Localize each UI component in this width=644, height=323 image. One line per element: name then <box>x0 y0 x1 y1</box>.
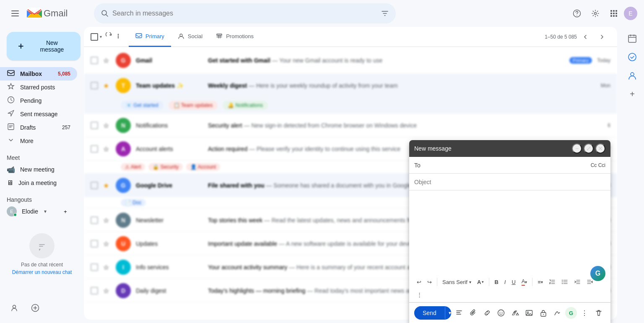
sidebar: New message Mailbox 5,085 Starred posts <box>0 27 84 323</box>
insert-link-button[interactable] <box>481 306 493 320</box>
compose-icon <box>13 39 29 54</box>
account-circle-button[interactable]: G <box>565 307 577 319</box>
underline-button[interactable]: U <box>509 276 518 288</box>
tab-primary[interactable]: Primary <box>129 27 171 47</box>
sidebar-item-join-meeting[interactable]: 🖥 Join a meeting <box>0 176 77 190</box>
text-color-button[interactable]: A ▾ <box>519 276 530 288</box>
svg-point-36 <box>500 312 501 313</box>
svg-rect-2 <box>11 16 19 16</box>
sidebar-item-new-meeting[interactable]: 📹 New meeting <box>0 163 77 176</box>
text-color-icon: A <box>522 278 525 286</box>
compose-cc-bcc[interactable]: Cc Cci <box>591 162 605 168</box>
more-actions-button[interactable] <box>114 32 122 42</box>
hangout-avatar: E <box>7 206 17 216</box>
font-family-button[interactable]: Sans Serif ▾ <box>440 276 474 288</box>
page-count: 1–50 de 5 085 <box>545 34 577 40</box>
svg-point-20 <box>37 241 47 251</box>
mailbox-label: Mailbox <box>20 70 42 77</box>
drafts-icon <box>7 123 15 133</box>
send-button[interactable]: Send <box>414 306 445 320</box>
new-message-button[interactable]: New message <box>7 32 80 60</box>
compose-subject-input[interactable] <box>414 179 605 185</box>
compose-close-button[interactable]: ✕ <box>595 143 605 154</box>
send-options-button[interactable]: ▾ <box>445 307 451 319</box>
sidebar-item-starred[interactable]: Starred posts <box>0 81 77 94</box>
apps-button[interactable] <box>605 5 622 22</box>
sidebar-item-drafts[interactable]: Drafts 257 <box>0 121 77 134</box>
settings-button[interactable] <box>587 5 604 22</box>
svg-point-35 <box>498 310 504 316</box>
compose-minimize-button[interactable]: − <box>572 143 582 154</box>
drafts-label: Drafts <box>20 124 36 131</box>
insert-photo-button[interactable] <box>523 306 535 320</box>
tab-primary-label: Primary <box>145 33 164 39</box>
numbered-list-button[interactable] <box>546 276 558 288</box>
compose-header[interactable]: New message − ⤢ ✕ <box>409 140 610 157</box>
right-panel: + <box>621 27 644 323</box>
calendar-icon-button[interactable] <box>624 30 641 47</box>
delete-draft-button[interactable] <box>592 306 605 320</box>
format-toggle-button[interactable] <box>453 306 465 320</box>
people-icon-button[interactable] <box>7 300 23 316</box>
menu-icon[interactable] <box>7 5 23 22</box>
add-hangout-button[interactable]: + <box>60 206 70 216</box>
attach-file-button[interactable] <box>467 306 479 320</box>
refresh-button[interactable] <box>105 32 113 42</box>
compose-expand-button[interactable]: ⤢ <box>584 143 594 154</box>
start-chat-link[interactable]: Démarrer un nouveau chat <box>12 269 72 275</box>
topbar-left: Gmail <box>7 5 91 22</box>
search-input[interactable] <box>112 10 377 17</box>
compose-body[interactable] <box>409 190 610 274</box>
sidebar-item-sent[interactable]: Sent message <box>0 107 77 121</box>
prev-page-button[interactable] <box>577 29 594 45</box>
promotions-tab-icon <box>216 33 223 39</box>
more-label: More <box>20 138 34 144</box>
tasks-icon-button[interactable] <box>624 49 641 65</box>
redo-button[interactable]: ↪ <box>425 276 434 288</box>
gemini-button[interactable]: G <box>590 266 605 281</box>
more-format-button[interactable]: ⋮ <box>414 289 425 300</box>
sidebar-item-more[interactable]: More <box>0 134 77 148</box>
bold-button[interactable]: B <box>492 276 501 288</box>
insert-drive-button[interactable] <box>509 306 521 320</box>
next-page-button[interactable] <box>594 29 610 45</box>
compose-subject-row <box>409 174 610 190</box>
mailbox-icon <box>7 69 15 79</box>
sidebar-item-mailbox[interactable]: Mailbox 5,085 <box>0 67 77 81</box>
svg-rect-28 <box>217 34 222 35</box>
compose-to-input[interactable] <box>422 162 591 169</box>
bullet-list-button[interactable] <box>559 276 571 288</box>
avatar[interactable]: E <box>624 7 637 20</box>
tab-promotions[interactable]: Promotions <box>209 27 260 47</box>
indent-less-button[interactable] <box>571 276 583 288</box>
svg-point-33 <box>562 281 563 282</box>
insert-confidential-button[interactable] <box>537 306 549 320</box>
drafts-badge: 257 <box>62 125 70 130</box>
select-dropdown[interactable]: ▾ <box>100 34 102 39</box>
pending-label: Pending <box>20 97 42 104</box>
font-size-button[interactable]: A ▾ <box>475 276 486 288</box>
no-chat-section: Pas de chat récent Démarrer un nouveau c… <box>0 225 84 284</box>
help-button[interactable] <box>569 5 585 22</box>
align-button[interactable]: ≡▾ <box>535 276 545 288</box>
footer-right: G ⋮ <box>565 306 605 320</box>
filter-icon[interactable] <box>381 9 389 18</box>
gmail-logo[interactable]: Gmail <box>27 8 68 19</box>
svg-rect-29 <box>628 35 636 42</box>
select-all-checkbox[interactable] <box>91 33 98 41</box>
hangout-elodie[interactable]: E Elodie ▾ + <box>0 205 77 218</box>
italic-button[interactable]: I <box>502 276 509 288</box>
svg-point-34 <box>562 283 563 284</box>
add-app-button[interactable]: + <box>624 86 641 102</box>
contacts-icon-button[interactable] <box>624 67 641 84</box>
tab-social[interactable]: Social <box>171 27 209 47</box>
more-options-button[interactable]: ⋮ <box>578 306 591 320</box>
add-chat-button[interactable] <box>27 300 44 316</box>
insert-signature-button[interactable] <box>551 306 564 320</box>
search-bar[interactable] <box>94 3 396 23</box>
sidebar-item-pending[interactable]: Pending <box>0 94 77 107</box>
new-message-label: New message <box>34 39 70 53</box>
insert-emoji-button[interactable] <box>495 306 507 320</box>
send-button-group: Send ▾ <box>414 306 451 320</box>
undo-button[interactable]: ↩ <box>414 276 424 288</box>
